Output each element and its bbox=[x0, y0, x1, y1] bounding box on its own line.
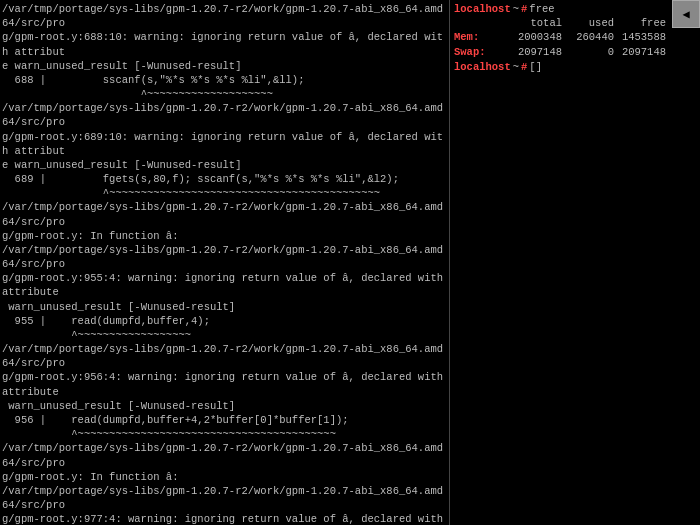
swap-label: Swap: bbox=[454, 45, 502, 60]
free-command-output: localhost ~ # free total used free Mem: … bbox=[450, 0, 672, 110]
second-prompt: localhost ~ # [] bbox=[454, 60, 668, 74]
free-command: free bbox=[529, 2, 554, 16]
prompt-symbol-2: # bbox=[521, 60, 527, 74]
terminal-right: localhost ~ # free total used free Mem: … bbox=[450, 0, 700, 525]
right-bottom-panel bbox=[450, 110, 700, 525]
terminal-left: /var/tmp/portage/sys-libs/gpm-1.20.7-r2/… bbox=[0, 0, 450, 525]
mem-free: 1453588 bbox=[614, 30, 666, 45]
swap-row: Swap: 2097148 0 2097148 bbox=[454, 45, 668, 60]
mem-label: Mem: bbox=[454, 30, 502, 45]
col-used: used bbox=[562, 16, 614, 30]
mem-total: 2000348 bbox=[502, 30, 562, 45]
corner-button[interactable]: ◀ bbox=[672, 0, 700, 28]
mem-used: 260440 bbox=[562, 30, 614, 45]
swap-total: 2097148 bbox=[502, 45, 562, 60]
col-total: total bbox=[502, 16, 562, 30]
mem-row: Mem: 2000348 260440 1453588 bbox=[454, 30, 668, 45]
hostname-label-2: localhost bbox=[454, 60, 511, 74]
tilde-label-2: ~ bbox=[513, 60, 519, 74]
prompt-symbol: # bbox=[521, 2, 527, 16]
second-command: [] bbox=[529, 60, 542, 74]
swap-used: 0 bbox=[562, 45, 614, 60]
col-headers: total used free bbox=[502, 16, 668, 30]
hostname-label: localhost bbox=[454, 2, 511, 16]
swap-free: 2097148 bbox=[614, 45, 666, 60]
col-free: free bbox=[614, 16, 666, 30]
tilde-label: ~ bbox=[513, 2, 519, 16]
